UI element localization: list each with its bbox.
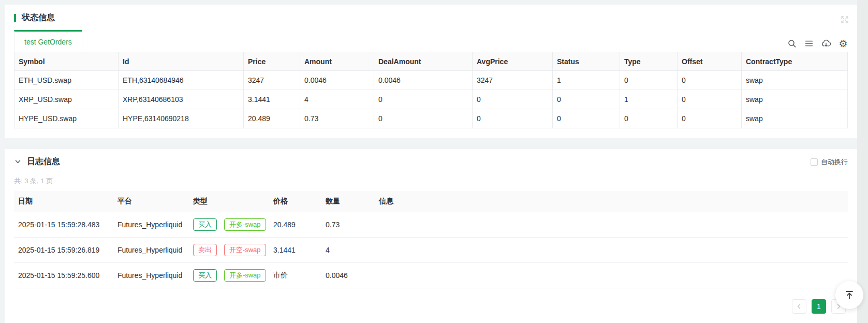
- log-date: 2025-01-15 15:59:25.600: [14, 262, 113, 288]
- table-row: HYPE_USD.swap HYPE,63140690218 20.489 0.…: [14, 109, 848, 128]
- log-price: 3.1441: [269, 237, 321, 262]
- log-info: [375, 212, 848, 237]
- cell-status: 0: [553, 90, 620, 109]
- cell-avgprice: 0: [473, 109, 553, 128]
- cloud-download-icon[interactable]: [821, 39, 831, 48]
- list-item: 2025-01-15 15:59:25.600 Futures_Hyperliq…: [14, 262, 848, 288]
- col-type: 类型: [189, 191, 269, 212]
- log-platform: Futures_Hyperliquid: [113, 237, 189, 262]
- gear-icon[interactable]: ⚙: [838, 39, 848, 48]
- col-price: 价格: [269, 191, 321, 212]
- log-info: [375, 237, 848, 262]
- menu-lines-icon[interactable]: [804, 39, 814, 48]
- log-count-text: 共: 3 条, 1 页: [14, 177, 848, 186]
- col-price: Price: [244, 52, 300, 71]
- cell-offset: 0: [678, 109, 742, 128]
- col-type: Type: [620, 52, 678, 71]
- cell-offset: 0: [678, 90, 742, 109]
- col-amount: Amount: [300, 52, 374, 71]
- log-amount: 4: [321, 237, 375, 262]
- log-platform: Futures_Hyperliquid: [113, 212, 189, 237]
- log-amount: 0.73: [321, 212, 375, 237]
- cell-dealamount: 0.0046: [374, 71, 473, 90]
- col-id: Id: [119, 52, 244, 71]
- search-icon[interactable]: [787, 39, 797, 48]
- status-panel: 状态信息 test GetOrders: [5, 5, 857, 138]
- log-type: 卖出 开空-swap: [189, 237, 269, 262]
- log-price: 市价: [269, 262, 321, 288]
- log-panel-title: 日志信息: [27, 156, 60, 167]
- cell-amount: 0.73: [300, 109, 374, 128]
- cell-price: 20.489: [244, 109, 300, 128]
- direction-tag: 卖出: [193, 244, 217, 256]
- cell-price: 3247: [244, 71, 300, 90]
- log-date: 2025-01-15 15:59:28.483: [14, 212, 113, 237]
- autowrap-label: 自动换行: [821, 157, 848, 167]
- col-avgprice: AvgPrice: [473, 52, 553, 71]
- cell-contracttype: swap: [742, 109, 848, 128]
- log-panel-header: 日志信息 自动换行: [14, 149, 848, 167]
- cell-status: 1: [553, 71, 620, 90]
- autowrap-control: 自动换行: [811, 157, 848, 167]
- status-tab-row: test GetOrders: [14, 30, 848, 52]
- chevron-left-icon: [796, 303, 802, 310]
- orders-table-header-row: Symbol Id Price Amount DealAmount AvgPri…: [14, 52, 848, 71]
- log-info: [375, 262, 848, 288]
- chevron-down-icon[interactable]: [14, 158, 21, 166]
- list-item: 2025-01-15 15:59:28.483 Futures_Hyperliq…: [14, 212, 848, 237]
- cell-type: 0: [620, 109, 678, 128]
- cell-id: HYPE,63140690218: [119, 109, 244, 128]
- cell-type: 1: [620, 90, 678, 109]
- cell-amount: 0.0046: [300, 71, 374, 90]
- col-platform: 平台: [113, 191, 189, 212]
- log-amount: 0.0046: [321, 262, 375, 288]
- col-quantity: 数量: [321, 191, 375, 212]
- log-price: 20.489: [269, 212, 321, 237]
- col-info: 信息: [375, 191, 848, 212]
- status-panel-header: 状态信息: [14, 5, 848, 23]
- log-panel: 日志信息 自动换行 共: 3 条, 1 页 日期 平台 类型 价格 数量 信: [5, 149, 857, 323]
- log-date: 2025-01-15 15:59:26.819: [14, 237, 113, 262]
- cell-contracttype: swap: [742, 71, 848, 90]
- table-row: XRP_USD.swap XRP,63140686103 3.1441 4 0 …: [14, 90, 848, 109]
- cell-id: ETH,63140684946: [119, 71, 244, 90]
- list-item: 2025-01-15 15:59:26.819 Futures_Hyperliq…: [14, 237, 848, 262]
- col-date: 日期: [14, 191, 113, 212]
- offset-tag: 开多-swap: [224, 269, 266, 282]
- col-contracttype: ContractType: [742, 52, 848, 71]
- table-row: ETH_USD.swap ETH,63140684946 3247 0.0046…: [14, 71, 848, 90]
- direction-tag: 买入: [193, 218, 217, 231]
- col-offset: Offset: [678, 52, 742, 71]
- cell-offset: 0: [678, 71, 742, 90]
- col-status: Status: [553, 52, 620, 71]
- cell-price: 3.1441: [244, 90, 300, 109]
- cell-symbol: HYPE_USD.swap: [14, 109, 119, 128]
- page-right-gutter: [857, 0, 868, 323]
- status-toolbar: ⚙: [787, 39, 848, 48]
- cell-dealamount: 0: [374, 90, 473, 109]
- col-dealamount: DealAmount: [374, 52, 473, 71]
- log-table-header-row: 日期 平台 类型 价格 数量 信息: [14, 191, 848, 212]
- cell-dealamount: 0: [374, 109, 473, 128]
- log-type: 买入 开多-swap: [189, 212, 269, 237]
- cell-status: 0: [553, 109, 620, 128]
- log-type: 买入 开多-swap: [189, 262, 269, 288]
- title-accent-bar: [14, 14, 16, 22]
- direction-tag: 买入: [193, 269, 217, 282]
- cell-contracttype: swap: [742, 90, 848, 109]
- cell-avgprice: 0: [473, 90, 553, 109]
- autowrap-checkbox[interactable]: [811, 158, 818, 166]
- tab-test-getorders[interactable]: test GetOrders: [14, 30, 82, 52]
- cell-symbol: XRP_USD.swap: [14, 90, 119, 109]
- log-table: 日期 平台 类型 价格 数量 信息 2025-01-15 15:59:28.48…: [14, 191, 848, 288]
- page-button-1[interactable]: 1: [812, 299, 826, 314]
- cell-amount: 4: [300, 90, 374, 109]
- cell-symbol: ETH_USD.swap: [14, 71, 119, 90]
- back-to-top-button[interactable]: [835, 281, 863, 309]
- offset-tag: 开多-swap: [224, 218, 266, 231]
- expand-icon[interactable]: [841, 16, 849, 24]
- prev-page-button[interactable]: [792, 299, 806, 314]
- log-platform: Futures_Hyperliquid: [113, 262, 189, 288]
- cell-type: 0: [620, 71, 678, 90]
- cell-avgprice: 3247: [473, 71, 553, 90]
